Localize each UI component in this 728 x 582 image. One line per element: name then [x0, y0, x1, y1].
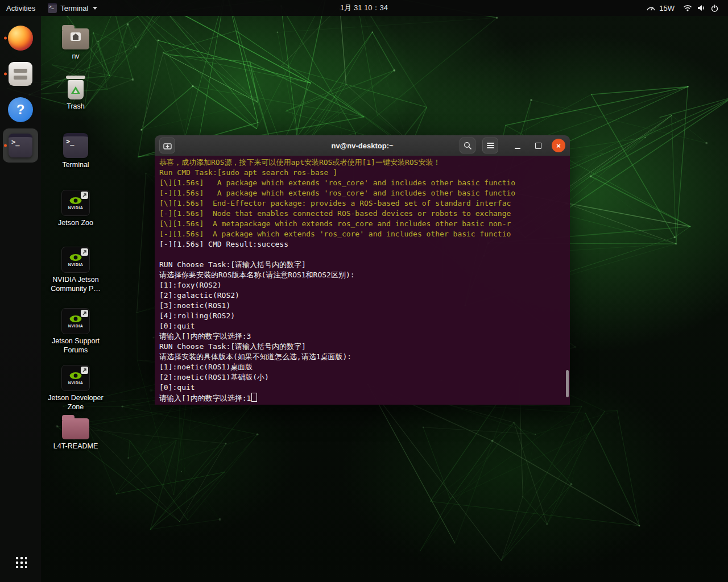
terminal-line: [\][1.56s] A package which extends 'ros_… — [159, 178, 565, 188]
power-watts-label: 15W — [659, 4, 675, 13]
desktop-icon-label: Trash — [67, 102, 85, 111]
menu-button[interactable] — [482, 138, 498, 153]
new-tab-button[interactable] — [159, 138, 175, 153]
app-menu[interactable]: >_ Terminal — [42, 0, 104, 16]
dock: ?>_ — [0, 16, 41, 582]
terminal-line: RUN Choose Task:[请输入括号内的数字] — [159, 260, 565, 270]
desktop-icon-label: NVIDIA Jetson Community P… — [44, 276, 107, 293]
firefox-icon — [8, 26, 33, 51]
terminal-line: [2]:noetic(ROS1)基础版(小) — [159, 372, 565, 383]
dock-item-terminal[interactable]: >_ — [3, 128, 38, 163]
link-emblem — [81, 310, 88, 317]
hamburger-menu-icon — [487, 145, 494, 146]
terminal-line: [0]:quit — [159, 383, 565, 393]
app-menu-label: Terminal — [60, 4, 88, 13]
help-icon: ? — [8, 97, 33, 122]
system-menu[interactable] — [677, 0, 725, 16]
close-button[interactable]: × — [552, 139, 565, 152]
desktop-icon-label: L4T-README — [53, 442, 98, 451]
running-indicator — [4, 144, 7, 147]
power-icon — [711, 5, 718, 12]
terminal-line: Run CMD Task:[sudo apt search ros-base ] — [159, 168, 565, 178]
volume-icon — [697, 5, 706, 11]
app-grid-icon — [14, 555, 27, 568]
running-indicator — [4, 73, 7, 76]
home-icon — [73, 36, 78, 40]
link-arrow-icon — [82, 250, 87, 255]
show-applications-button[interactable] — [6, 549, 35, 574]
terminal-line: [-][1.56s] A package which extends 'ros_… — [159, 188, 565, 198]
maximize-button[interactable] — [531, 139, 545, 152]
desktop-icon-jetson-support-forums[interactable]: NVIDIAJetson Support Forums — [44, 305, 107, 355]
chevron-down-icon — [93, 7, 97, 10]
power-mode-indicator[interactable]: 15W — [640, 0, 677, 16]
terminal-line: [0]:quit — [159, 321, 565, 331]
search-icon — [464, 142, 471, 149]
nvidia-eye-icon — [69, 197, 82, 205]
close-icon: × — [556, 142, 561, 149]
nvidia-word: NVIDIA — [68, 263, 84, 267]
desktop-icon-terminal[interactable]: >_Terminal — [44, 130, 107, 170]
terminal-icon: >_ — [9, 134, 32, 157]
home-folder-icon — [62, 28, 89, 49]
desktop-icon-label: Terminal — [62, 161, 89, 170]
new-tab-icon — [163, 142, 172, 149]
nvidia-app-icon: NVIDIA — [61, 308, 90, 334]
terminal-line: RUN Choose Task:[请输入括号内的数字] — [159, 342, 565, 352]
desktop-icon-jetson-zoo[interactable]: NVIDIAJetson Zoo — [44, 186, 107, 228]
nvidia-app-icon: NVIDIA — [61, 247, 90, 273]
nvidia-word: NVIDIA — [68, 324, 84, 328]
desktop-icon-l4t-readme[interactable]: L4T-README — [44, 413, 107, 451]
terminal-line: [\][1.56s] End-Effector package: provide… — [159, 198, 565, 209]
desktop-icon-label: Jetson Developer Zone — [44, 394, 107, 411]
terminal-line: [-][1.56s] Node that enables connected R… — [159, 209, 565, 219]
desktop-icon-nv[interactable]: nv — [44, 23, 107, 61]
titlebar[interactable]: nv@nv-desktop:~ × — [155, 135, 570, 156]
desktop-icon-nvidia-jetson-community-p[interactable]: NVIDIANVIDIA Jetson Community P… — [44, 243, 107, 293]
dock-item-help[interactable]: ? — [3, 93, 38, 127]
terminal-line: 请输入[]内的数字以选择:3 — [159, 331, 565, 342]
desktop-icon-trash[interactable]: Trash — [44, 73, 107, 111]
terminal-line: [1]:foxy(ROS2) — [159, 280, 565, 290]
search-button[interactable] — [460, 138, 475, 153]
desktop-icon-jetson-developer-zone[interactable]: NVIDIAJetson Developer Zone — [44, 361, 107, 411]
terminal-line: [2]:galactic(ROS2) — [159, 290, 565, 301]
window-title: nv@nv-desktop:~ — [331, 142, 393, 150]
maximize-icon — [535, 143, 541, 149]
clock[interactable]: 1月 31 10：34 — [334, 0, 394, 16]
folder-icon — [62, 418, 89, 439]
terminal-line — [159, 250, 565, 260]
terminal-line: [-][1.56s] CMD Result:success — [159, 239, 565, 250]
terminal-line: [1]:noetic(ROS1)桌面版 — [159, 362, 565, 372]
desktop: Activities >_ Terminal 1月 31 10：34 15W ?… — [0, 0, 728, 582]
files-icon — [9, 62, 32, 86]
scrollbar-thumb[interactable] — [566, 370, 569, 397]
minimize-button[interactable] — [511, 139, 524, 152]
terminal-line: [4]:rolling(ROS2) — [159, 311, 565, 321]
recycle-icon — [71, 86, 80, 94]
terminal-cursor — [251, 393, 257, 402]
terminal-app-icon: >_ — [48, 3, 57, 13]
terminal-line: 恭喜，成功添加ROS源，接下来可以使用apt安装ROS或者使用[1]一键安装RO… — [159, 157, 565, 168]
desktop-icon-label: Jetson Zoo — [58, 219, 93, 228]
nvidia-eye-icon — [69, 372, 82, 380]
terminal-line: [3]:noetic(ROS1) — [159, 301, 565, 311]
terminal-line: [\][1.56s] A metapackage which extends r… — [159, 219, 565, 229]
terminal-output[interactable]: 恭喜，成功添加ROS源，接下来可以使用apt安装ROS或者使用[1]一键安装RO… — [155, 156, 570, 405]
link-arrow-icon — [82, 368, 87, 373]
dock-item-firefox[interactable] — [3, 21, 38, 55]
terminal-window: nv@nv-desktop:~ × 恭喜，成功添加R — [155, 135, 570, 405]
nvidia-eye-icon — [69, 315, 82, 323]
activities-button[interactable]: Activities — [0, 0, 42, 16]
minimize-icon — [515, 143, 520, 149]
top-bar: Activities >_ Terminal 1月 31 10：34 15W — [0, 0, 728, 16]
running-indicator — [4, 37, 7, 40]
dock-item-files[interactable] — [3, 57, 38, 91]
terminal-scrollbar[interactable] — [565, 156, 570, 405]
link-emblem — [81, 248, 88, 256]
link-emblem — [81, 367, 88, 374]
terminal-line: [-][1.56s] A package which extends 'ros_… — [159, 229, 565, 239]
link-emblem — [81, 192, 88, 199]
trash-icon — [66, 76, 85, 99]
power-meter-icon — [646, 5, 656, 11]
